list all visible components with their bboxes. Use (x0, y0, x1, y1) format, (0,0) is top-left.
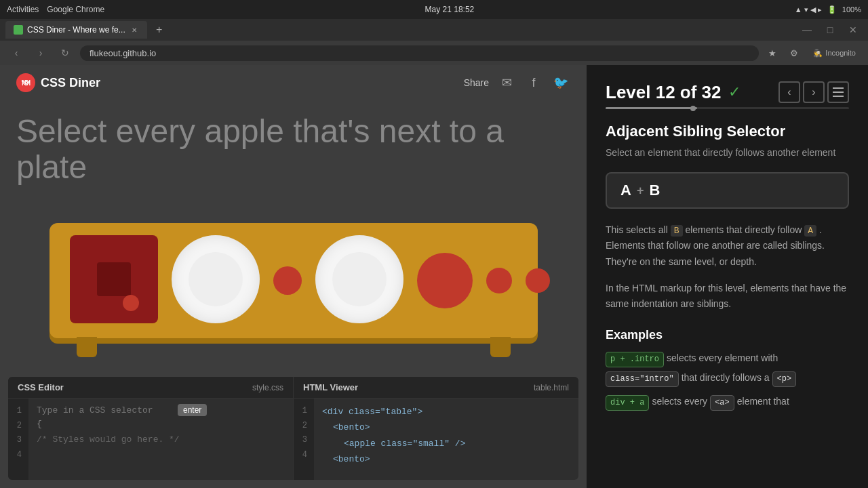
enter-button[interactable]: enter (178, 404, 207, 416)
prev-level-button[interactable]: ‹ (778, 81, 800, 103)
apple-small-2 (486, 268, 512, 293)
bookmark-button[interactable]: ★ (764, 45, 781, 61)
tab-favicon (14, 25, 23, 35)
address-bar[interactable] (80, 45, 759, 61)
apple-small-3 (526, 268, 550, 293)
desc1-a-badge: A (804, 225, 816, 237)
new-tab-button[interactable]: + (151, 22, 167, 38)
html-viewer-header: HTML Viewer table.html (294, 377, 578, 399)
menu-line-2 (833, 92, 844, 93)
next-level-button[interactable]: › (803, 81, 825, 103)
os-activities-label[interactable]: Activities (7, 5, 39, 14)
level-title: Level 12 of 32 (606, 82, 722, 103)
browser-controls: ‹ › ↻ ★ ⚙ 🕵 Incognito (0, 41, 868, 65)
browser-title-bar: CSS Diner - Where we fe... ✕ + — □ ✕ (0, 19, 868, 41)
logo-icon: 🍽 (16, 73, 35, 92)
table-leg-left (77, 337, 97, 357)
extensions-button[interactable]: ⚙ (786, 45, 802, 61)
html-file-label: table.html (534, 383, 569, 392)
example1-class-badge: class="intro" (606, 371, 679, 387)
facebook-icon[interactable]: f (524, 73, 543, 92)
level-header: Level 12 of 32 ✓ ‹ › (606, 81, 849, 103)
os-system-tray: ▲ ▾ ◀ ▸ 🔋 100% (795, 5, 861, 14)
apple-large-red (417, 253, 473, 308)
table-scene (0, 192, 587, 369)
css-editor-header: CSS Editor style.css (8, 377, 293, 399)
os-clock: May 21 18:52 (425, 5, 475, 14)
desc1-rest: elements that directly follow (685, 224, 802, 235)
css-editor-title: CSS Editor (18, 382, 64, 392)
share-area: Share ✉ f 🐦 (464, 73, 570, 92)
app-container: 🍽 CSS Diner Share ✉ f 🐦 Select every app… (0, 65, 868, 488)
apple-small-1 (273, 266, 302, 295)
syntax-b: B (649, 182, 660, 199)
description-1: This selects all B elements that directl… (606, 222, 849, 270)
progress-dot (690, 106, 696, 111)
syntax-a: A (620, 182, 631, 199)
progress-fill (606, 107, 697, 109)
table (50, 223, 538, 338)
apple-on-bento (123, 295, 139, 311)
right-panel: Level 12 of 32 ✓ ‹ › Adjacent Sibling Se… (587, 65, 868, 488)
html-viewer-title: HTML Viewer (303, 382, 358, 392)
example-row-2: div + a selects every <a> element that (606, 394, 849, 411)
example-row-1: p + .intro selects every element with cl… (606, 350, 849, 387)
level-check-icon: ✓ (728, 83, 741, 101)
css-line-3: /* Styles would go here. */ (37, 432, 285, 447)
reload-button[interactable]: ↻ (56, 43, 75, 62)
html-viewer-section: HTML Viewer table.html 1234 <div class="… (294, 377, 578, 480)
menu-line-3 (833, 96, 844, 97)
app-header: 🍽 CSS Diner Share ✉ f 🐦 (0, 65, 587, 100)
share-label: Share (464, 77, 489, 88)
close-button[interactable]: ✕ (844, 20, 863, 39)
examples-title: Examples (606, 328, 849, 342)
css-selector-input[interactable] (37, 405, 172, 415)
plate-large-2 (315, 235, 403, 323)
html-line-4: <bento> (322, 451, 570, 467)
levels-menu-button[interactable] (827, 81, 849, 103)
css-file-label: style.css (252, 383, 283, 392)
os-bar: Activities Google Chrome May 21 18:52 ▲ … (0, 0, 868, 19)
menu-line-1 (833, 87, 844, 89)
html-viewer-content: 1234 <div class="table"> <bento> <apple … (294, 399, 578, 480)
example2-tag-badge: <a> (710, 395, 734, 411)
html-line-numbers: 1234 (294, 399, 314, 480)
syntax-plus-icon: + (637, 184, 644, 198)
css-line-2: { (37, 416, 285, 432)
example2-suffix: element that (737, 394, 789, 409)
app-logo: 🍽 CSS Diner (16, 73, 100, 92)
css-input-line: enter (37, 404, 285, 416)
css-code-area: enter { /* Styles would go here. */ (28, 399, 293, 480)
plate-large-inner-2 (332, 252, 387, 306)
browser-actions: ★ ⚙ 🕵 Incognito (764, 45, 861, 61)
desc1-b-badge: B (671, 225, 683, 237)
example1-text: selects every element with (667, 350, 778, 365)
plate-inner-dark (97, 262, 131, 296)
forward-button[interactable]: › (31, 43, 50, 62)
html-line-2: <bento> (322, 420, 570, 435)
example1-suffix: that directly follows a (682, 370, 770, 385)
twitter-icon[interactable]: 🐦 (551, 73, 570, 92)
tab-label: CSS Diner - Where we fe... (27, 25, 125, 35)
selector-name: Adjacent Sibling Selector (606, 123, 849, 140)
selector-desc: Select an element that directly follows … (606, 146, 849, 160)
back-button[interactable]: ‹ (7, 43, 26, 62)
html-line-3: <apple class="small" /> (322, 436, 570, 451)
table-leg-right (490, 337, 511, 357)
desc1-prefix: This selects all (606, 224, 668, 235)
css-editor-content: 1234 enter { /* Styles would go here. */ (8, 399, 293, 480)
plate-large-inner-1 (189, 252, 243, 306)
description-2: In the HTML markup for this level, eleme… (606, 281, 849, 312)
css-line-numbers: 1234 (8, 399, 28, 480)
css-editor-section: CSS Editor style.css 1234 enter { (8, 377, 293, 480)
level-nav: ‹ › (778, 81, 849, 103)
minimize-button[interactable]: — (797, 20, 816, 39)
browser-tab-active[interactable]: CSS Diner - Where we fe... ✕ (5, 21, 147, 39)
email-icon[interactable]: ✉ (497, 73, 516, 92)
bento-plate (70, 235, 158, 323)
left-panel: 🍽 CSS Diner Share ✉ f 🐦 Select every app… (0, 65, 587, 488)
editor-area: CSS Editor style.css 1234 enter { (8, 377, 578, 480)
restore-button[interactable]: □ (821, 20, 840, 39)
html-code-area: <div class="table"> <bento> <apple class… (314, 399, 578, 480)
tab-close-button[interactable]: ✕ (130, 25, 139, 35)
